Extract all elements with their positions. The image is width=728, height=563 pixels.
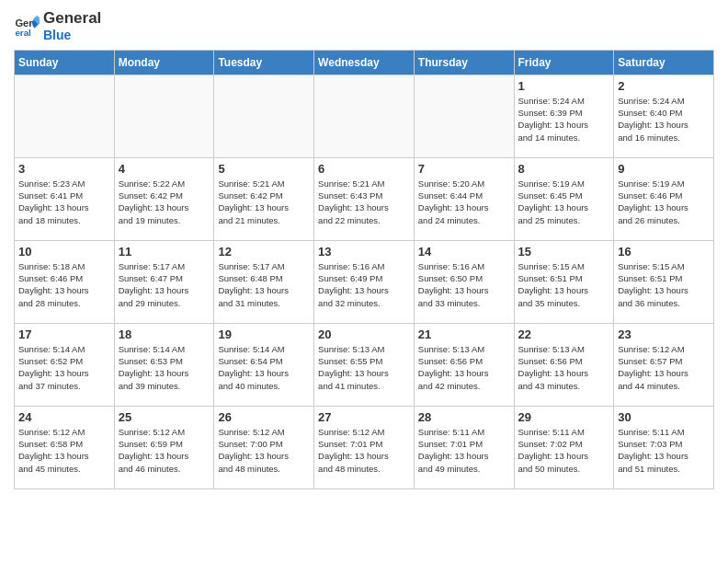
day-number: 28 <box>418 410 510 424</box>
week-row-4: 17Sunrise: 5:14 AM Sunset: 6:52 PM Dayli… <box>15 323 714 406</box>
calendar-cell: 6Sunrise: 5:21 AM Sunset: 6:43 PM Daylig… <box>314 157 415 240</box>
day-number: 12 <box>218 245 310 259</box>
svg-text:eral: eral <box>15 28 31 38</box>
day-number: 13 <box>318 245 410 259</box>
day-number: 24 <box>18 410 110 424</box>
calendar-table: SundayMondayTuesdayWednesdayThursdayFrid… <box>14 50 714 489</box>
calendar-cell <box>414 75 514 157</box>
day-number: 30 <box>618 410 710 424</box>
logo-text-line1: General <box>43 9 101 28</box>
calendar-cell: 16Sunrise: 5:15 AM Sunset: 6:51 PM Dayli… <box>614 240 714 323</box>
day-info: Sunrise: 5:13 AM Sunset: 6:56 PM Dayligh… <box>418 343 510 392</box>
day-info: Sunrise: 5:12 AM Sunset: 6:57 PM Dayligh… <box>618 343 710 392</box>
day-info: Sunrise: 5:21 AM Sunset: 6:43 PM Dayligh… <box>318 178 410 226</box>
page-header: Gen eral General Blue <box>14 9 714 42</box>
day-number: 11 <box>119 245 210 259</box>
day-info: Sunrise: 5:21 AM Sunset: 6:42 PM Dayligh… <box>218 178 310 226</box>
calendar-cell: 27Sunrise: 5:12 AM Sunset: 7:01 PM Dayli… <box>314 406 415 488</box>
day-number: 29 <box>518 410 610 424</box>
day-info: Sunrise: 5:22 AM Sunset: 6:42 PM Dayligh… <box>119 178 210 226</box>
calendar-cell: 28Sunrise: 5:11 AM Sunset: 7:01 PM Dayli… <box>414 406 514 488</box>
day-number: 16 <box>618 245 710 259</box>
logo-text-line2: Blue <box>43 28 101 42</box>
day-number: 21 <box>418 327 510 341</box>
col-header-saturday: Saturday <box>614 50 714 75</box>
day-number: 22 <box>518 327 610 341</box>
day-number: 10 <box>18 245 110 259</box>
col-header-sunday: Sunday <box>15 50 115 75</box>
day-info: Sunrise: 5:19 AM Sunset: 6:46 PM Dayligh… <box>618 178 710 226</box>
day-info: Sunrise: 5:20 AM Sunset: 6:44 PM Dayligh… <box>418 178 510 226</box>
calendar-cell: 19Sunrise: 5:14 AM Sunset: 6:54 PM Dayli… <box>214 323 314 406</box>
day-info: Sunrise: 5:12 AM Sunset: 7:00 PM Dayligh… <box>218 426 310 475</box>
calendar-cell: 2Sunrise: 5:24 AM Sunset: 6:40 PM Daylig… <box>614 75 714 157</box>
calendar-cell: 17Sunrise: 5:14 AM Sunset: 6:52 PM Dayli… <box>15 323 115 406</box>
day-number: 23 <box>618 327 710 341</box>
calendar-cell: 11Sunrise: 5:17 AM Sunset: 6:47 PM Dayli… <box>114 240 214 323</box>
calendar-cell: 20Sunrise: 5:13 AM Sunset: 6:55 PM Dayli… <box>314 323 415 406</box>
day-info: Sunrise: 5:24 AM Sunset: 6:39 PM Dayligh… <box>518 95 610 144</box>
calendar-cell: 5Sunrise: 5:21 AM Sunset: 6:42 PM Daylig… <box>214 157 314 240</box>
day-info: Sunrise: 5:14 AM Sunset: 6:52 PM Dayligh… <box>18 343 110 392</box>
calendar-cell: 23Sunrise: 5:12 AM Sunset: 6:57 PM Dayli… <box>614 323 714 406</box>
calendar-cell: 15Sunrise: 5:15 AM Sunset: 6:51 PM Dayli… <box>514 240 614 323</box>
day-number: 15 <box>518 245 610 259</box>
day-number: 14 <box>418 245 510 259</box>
calendar-cell: 4Sunrise: 5:22 AM Sunset: 6:42 PM Daylig… <box>114 157 214 240</box>
day-number: 6 <box>318 162 410 176</box>
day-number: 8 <box>518 162 610 176</box>
calendar-cell <box>214 75 314 157</box>
day-number: 17 <box>18 327 110 341</box>
week-row-5: 24Sunrise: 5:12 AM Sunset: 6:58 PM Dayli… <box>15 406 714 488</box>
calendar-cell: 25Sunrise: 5:12 AM Sunset: 6:59 PM Dayli… <box>114 406 214 488</box>
col-header-wednesday: Wednesday <box>314 50 415 75</box>
day-number: 27 <box>318 410 410 424</box>
day-number: 4 <box>119 162 210 176</box>
logo-icon: Gen eral <box>14 13 40 39</box>
day-number: 1 <box>518 79 610 93</box>
col-header-friday: Friday <box>514 50 614 75</box>
calendar-cell <box>114 75 214 157</box>
calendar-cell: 7Sunrise: 5:20 AM Sunset: 6:44 PM Daylig… <box>414 157 514 240</box>
day-info: Sunrise: 5:17 AM Sunset: 6:47 PM Dayligh… <box>119 260 210 309</box>
calendar-cell: 8Sunrise: 5:19 AM Sunset: 6:45 PM Daylig… <box>514 157 614 240</box>
day-info: Sunrise: 5:14 AM Sunset: 6:53 PM Dayligh… <box>119 343 210 392</box>
calendar-cell: 29Sunrise: 5:11 AM Sunset: 7:02 PM Dayli… <box>514 406 614 488</box>
day-info: Sunrise: 5:13 AM Sunset: 6:56 PM Dayligh… <box>518 343 610 392</box>
day-info: Sunrise: 5:18 AM Sunset: 6:46 PM Dayligh… <box>18 260 110 309</box>
day-number: 9 <box>618 162 710 176</box>
day-info: Sunrise: 5:14 AM Sunset: 6:54 PM Dayligh… <box>218 343 310 392</box>
day-number: 7 <box>418 162 510 176</box>
day-number: 5 <box>218 162 310 176</box>
day-info: Sunrise: 5:12 AM Sunset: 6:59 PM Dayligh… <box>119 426 210 475</box>
day-number: 3 <box>18 162 110 176</box>
calendar-cell: 10Sunrise: 5:18 AM Sunset: 6:46 PM Dayli… <box>15 240 115 323</box>
day-number: 2 <box>618 79 710 93</box>
week-row-3: 10Sunrise: 5:18 AM Sunset: 6:46 PM Dayli… <box>15 240 714 323</box>
day-number: 18 <box>119 327 210 341</box>
calendar-cell: 9Sunrise: 5:19 AM Sunset: 6:46 PM Daylig… <box>614 157 714 240</box>
calendar-cell <box>15 75 115 157</box>
week-row-2: 3Sunrise: 5:23 AM Sunset: 6:41 PM Daylig… <box>15 157 714 240</box>
day-info: Sunrise: 5:23 AM Sunset: 6:41 PM Dayligh… <box>18 178 110 226</box>
day-info: Sunrise: 5:11 AM Sunset: 7:03 PM Dayligh… <box>618 426 710 475</box>
day-info: Sunrise: 5:11 AM Sunset: 7:02 PM Dayligh… <box>518 426 610 475</box>
day-info: Sunrise: 5:12 AM Sunset: 6:58 PM Dayligh… <box>18 426 110 475</box>
day-number: 26 <box>218 410 310 424</box>
day-info: Sunrise: 5:15 AM Sunset: 6:51 PM Dayligh… <box>618 260 710 309</box>
calendar-cell: 22Sunrise: 5:13 AM Sunset: 6:56 PM Dayli… <box>514 323 614 406</box>
calendar-cell: 24Sunrise: 5:12 AM Sunset: 6:58 PM Dayli… <box>15 406 115 488</box>
logo: Gen eral General Blue <box>14 9 101 42</box>
calendar-cell <box>314 75 415 157</box>
day-info: Sunrise: 5:24 AM Sunset: 6:40 PM Dayligh… <box>618 95 710 144</box>
day-info: Sunrise: 5:19 AM Sunset: 6:45 PM Dayligh… <box>518 178 610 226</box>
day-info: Sunrise: 5:11 AM Sunset: 7:01 PM Dayligh… <box>418 426 510 475</box>
calendar-cell: 13Sunrise: 5:16 AM Sunset: 6:49 PM Dayli… <box>314 240 415 323</box>
day-number: 25 <box>119 410 210 424</box>
day-info: Sunrise: 5:17 AM Sunset: 6:48 PM Dayligh… <box>218 260 310 309</box>
calendar-cell: 3Sunrise: 5:23 AM Sunset: 6:41 PM Daylig… <box>15 157 115 240</box>
day-info: Sunrise: 5:13 AM Sunset: 6:55 PM Dayligh… <box>318 343 410 392</box>
calendar-cell: 21Sunrise: 5:13 AM Sunset: 6:56 PM Dayli… <box>414 323 514 406</box>
week-row-1: 1Sunrise: 5:24 AM Sunset: 6:39 PM Daylig… <box>15 75 714 157</box>
calendar-cell: 30Sunrise: 5:11 AM Sunset: 7:03 PM Dayli… <box>614 406 714 488</box>
